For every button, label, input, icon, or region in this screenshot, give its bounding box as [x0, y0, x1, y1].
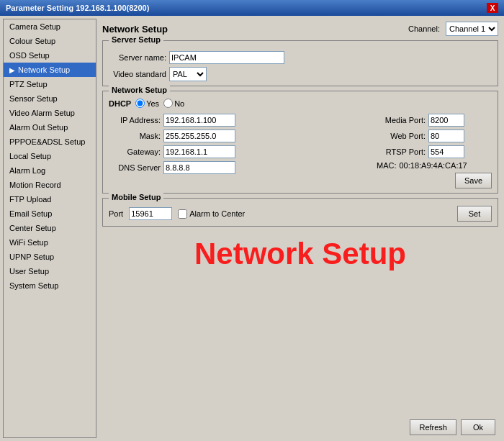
media-port-row: Media Port:: [377, 114, 492, 127]
server-name-input[interactable]: [169, 51, 284, 64]
page-title: Network Setup: [102, 24, 168, 35]
sidebar-item-alarm-log[interactable]: Alarm Log: [4, 163, 96, 178]
gateway-input[interactable]: [163, 145, 235, 158]
sidebar-item-center-setup[interactable]: Center Setup: [4, 221, 96, 235]
sidebar-item-alarm-out-setup[interactable]: Alarm Out Setup: [4, 120, 96, 135]
mask-row: Mask:: [109, 129, 371, 142]
alarm-to-center-label[interactable]: Alarm to Center: [178, 209, 245, 219]
watermark-text: Network Setup: [102, 237, 498, 271]
web-port-input[interactable]: [428, 129, 464, 142]
ip-address-input[interactable]: [163, 114, 235, 127]
sidebar-item-label: Email Setup: [9, 209, 52, 218]
sidebar-item-label: Sensor Setup: [9, 94, 58, 103]
dhcp-no-radio[interactable]: [163, 99, 173, 108]
sidebar-item-wifi-setup[interactable]: WiFi Setup: [4, 235, 96, 250]
sidebar-item-label: Network Setup: [18, 65, 70, 74]
mobile-set-button[interactable]: Set: [457, 206, 492, 222]
sidebar: Camera SetupColour SetupOSD Setup▶Networ…: [3, 19, 96, 438]
mobile-port-input[interactable]: [129, 207, 172, 220]
sidebar-item-system-setup[interactable]: System Setup: [4, 278, 96, 293]
sidebar-item-video-alarm-setup[interactable]: Video Alarm Setup: [4, 106, 96, 120]
rtsp-port-label: RTSP Port:: [377, 147, 426, 156]
mobile-port-label: Port: [109, 209, 123, 218]
sidebar-item-upnp-setup[interactable]: UPNP Setup: [4, 250, 96, 264]
sidebar-item-ptz-setup[interactable]: PTZ Setup: [4, 77, 96, 91]
alarm-to-center-checkbox[interactable]: [178, 209, 187, 219]
sidebar-item-network-setup[interactable]: ▶Network Setup: [4, 63, 96, 77]
ok-button[interactable]: Ok: [461, 419, 495, 435]
sidebar-item-motion-record[interactable]: Motion Record: [4, 178, 96, 192]
sidebar-item-label: OSD Setup: [9, 51, 50, 60]
mobile-row: Port Alarm to Center Set: [109, 206, 492, 222]
sidebar-item-osd-setup[interactable]: OSD Setup: [4, 48, 96, 63]
window-title: Parameter Setting 192.168.1.100(8200): [6, 4, 149, 12]
mac-label: MAC:: [377, 161, 397, 170]
dns-server-row: DNS Server: [109, 161, 371, 174]
server-name-row: Server name:: [109, 51, 492, 64]
server-setup-label: Server Setup: [109, 35, 163, 44]
content-header: Network Setup Channel: Channel 1: [102, 22, 498, 36]
dhcp-row: DHCP Yes No: [109, 99, 492, 108]
server-name-label: Server name:: [109, 53, 166, 62]
server-setup-group: Server Setup Server name: Video standard…: [102, 40, 498, 86]
sidebar-item-label: Local Setup: [9, 152, 51, 160]
dhcp-yes-label[interactable]: Yes: [135, 99, 159, 108]
refresh-button[interactable]: Refresh: [410, 419, 456, 435]
dhcp-label: DHCP: [109, 99, 131, 108]
network-setup-group-label: Network Setup: [109, 86, 170, 94]
sidebar-item-user-setup[interactable]: User Setup: [4, 264, 96, 278]
sidebar-item-email-setup[interactable]: Email Setup: [4, 206, 96, 221]
sidebar-item-label: Motion Record: [9, 181, 61, 189]
media-port-label: Media Port:: [377, 116, 426, 124]
ip-address-row: IP Address:: [109, 114, 371, 127]
content-wrapper: Network Setup Channel: Channel 1 Server …: [99, 19, 501, 438]
dhcp-no-label[interactable]: No: [163, 99, 184, 108]
media-port-input[interactable]: [428, 114, 464, 127]
sidebar-item-ftp-upload[interactable]: FTP Upload: [4, 192, 96, 206]
video-standard-select[interactable]: PAL NTSC: [169, 67, 207, 81]
sidebar-item-label: Video Alarm Setup: [9, 109, 75, 117]
sidebar-item-pppoe-adsl-setup[interactable]: PPPOE&ADSL Setup: [4, 135, 96, 149]
content-area: Network Setup Channel: Channel 1 Server …: [99, 19, 501, 438]
sidebar-item-label: UPNP Setup: [9, 253, 54, 261]
channel-label: Channel:: [408, 24, 440, 33]
sidebar-item-sensor-setup[interactable]: Sensor Setup: [4, 91, 96, 106]
sidebar-item-label: User Setup: [9, 267, 49, 276]
dns-server-label: DNS Server: [109, 163, 161, 172]
network-setup-group: Network Setup DHCP Yes No IP: [102, 91, 498, 194]
web-port-label: Web Port:: [377, 132, 426, 140]
sidebar-item-label: Center Setup: [9, 224, 56, 232]
close-button[interactable]: X: [487, 3, 498, 13]
save-button[interactable]: Save: [455, 173, 492, 188]
mac-row: MAC: 00:18:A9:4A:CA:17: [377, 161, 492, 170]
sidebar-item-local-setup[interactable]: Local Setup: [4, 149, 96, 163]
title-bar: Parameter Setting 192.168.1.100(8200) X: [0, 0, 504, 16]
network-right-col: Media Port: Web Port: RTSP Port: MA: [377, 111, 492, 188]
sidebar-item-colour-setup[interactable]: Colour Setup: [4, 34, 96, 48]
mobile-setup-group: Mobile Setup Port Alarm to Center Set: [102, 198, 498, 227]
sidebar-item-label: Alarm Out Setup: [9, 123, 68, 132]
sidebar-item-label: WiFi Setup: [9, 238, 48, 247]
channel-select[interactable]: Channel 1: [446, 22, 498, 36]
sidebar-item-label: Camera Setup: [9, 22, 60, 31]
dhcp-yes-radio[interactable]: [135, 99, 145, 108]
mask-input[interactable]: [163, 129, 235, 142]
gateway-row: Gateway:: [109, 145, 371, 158]
video-standard-row: Video standard PAL NTSC: [109, 67, 492, 81]
bottom-bar: Refresh Ok: [410, 419, 495, 435]
sidebar-item-label: System Setup: [9, 281, 58, 290]
sidebar-item-label: PPPOE&ADSL Setup: [9, 137, 85, 146]
sidebar-item-label: FTP Upload: [9, 195, 52, 204]
dns-server-input[interactable]: [163, 161, 235, 174]
mobile-setup-label: Mobile Setup: [109, 193, 163, 201]
network-fields: IP Address: Mask: Gateway: DNS Serv: [109, 111, 492, 188]
rtsp-port-input[interactable]: [428, 145, 464, 158]
ip-address-label: IP Address:: [109, 116, 161, 124]
sidebar-arrow-icon: ▶: [9, 66, 15, 74]
mac-value: 00:18:A9:4A:CA:17: [400, 161, 467, 170]
sidebar-item-label: Alarm Log: [9, 166, 45, 175]
sidebar-item-label: Colour Setup: [9, 37, 55, 45]
rtsp-port-row: RTSP Port:: [377, 145, 492, 158]
sidebar-item-camera-setup[interactable]: Camera Setup: [4, 19, 96, 34]
sidebar-item-label: PTZ Setup: [9, 80, 48, 88]
